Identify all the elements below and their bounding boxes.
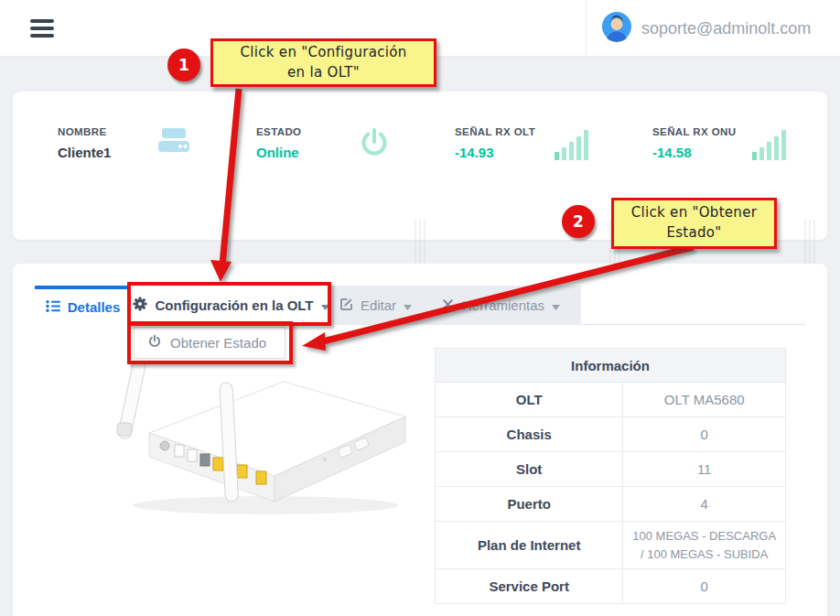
table-row: Puerto 4: [436, 487, 786, 522]
stat-label: SEÑAL RX OLT: [455, 126, 535, 137]
table-title: Información: [436, 349, 786, 383]
tab-detalles[interactable]: Detalles: [35, 286, 131, 325]
row-label: Puerto: [436, 487, 623, 522]
user-avatar: [601, 11, 632, 46]
tab-label: Herramientas: [462, 297, 544, 313]
row-value: 4: [623, 487, 786, 522]
table-row: Service Port 0: [436, 569, 786, 604]
row-value: 11: [623, 452, 786, 487]
step-number-badge-1: 1: [167, 49, 200, 81]
callout-line: Click en "Obtener: [631, 203, 757, 223]
step-number-badge-2: 2: [562, 205, 595, 238]
online-status-badge: Online: [256, 145, 301, 160]
row-value: 100 MEGAS - DESCARGA / 100 MEGAS - SUBID…: [623, 522, 786, 569]
chevron-down-icon: [321, 297, 329, 313]
onu-product-image: [37, 357, 412, 525]
row-label: OLT: [436, 383, 623, 417]
user-account-area[interactable]: soporte@adminolt.com: [586, 0, 840, 57]
row-value: 0: [623, 417, 786, 452]
menu-item-label: Obtener Estado: [170, 335, 266, 351]
stat-value: -14.93: [455, 145, 535, 160]
stat-senal-rx-onu: SEÑAL RX ONU -14.58: [652, 126, 787, 164]
stat-label: SEÑAL RX ONU: [652, 126, 737, 137]
router-icon: [156, 126, 191, 157]
row-value: OLT MA5680: [623, 383, 786, 417]
stat-senal-rx-olt: SEÑAL RX OLT -14.93: [455, 126, 589, 164]
row-label: Plan de Internet: [436, 522, 623, 569]
tab-label: Detalles: [68, 299, 121, 315]
app-window: soporte@adminolt.com NOMBRE Cliente1 EST…: [0, 0, 840, 616]
edit-icon: [339, 297, 353, 314]
user-email: soporte@adminolt.com: [641, 19, 811, 38]
menu-item-obtener-estado[interactable]: Obtener Estado: [134, 327, 285, 359]
callout-line: en la OLT": [287, 63, 360, 83]
table-header-row: Información: [436, 349, 786, 383]
list-icon: [46, 299, 60, 316]
row-label: Service Port: [436, 569, 623, 604]
chevron-down-icon: [404, 297, 412, 313]
hamburger-menu-icon[interactable]: [30, 19, 54, 38]
row-value: 0: [623, 569, 786, 604]
tab-editar[interactable]: Editar: [331, 286, 420, 325]
row-label: Slot: [436, 452, 623, 487]
signal-bars-icon: [555, 126, 589, 164]
table-row: Plan de Internet 100 MEGAS - DESCARGA / …: [436, 522, 786, 569]
row-label: Chasis: [436, 417, 623, 452]
callout-line: Click en "Configuración: [241, 43, 407, 63]
table-row: Slot 11: [436, 452, 786, 487]
callout-step1: Click en "Configuración en la OLT": [210, 38, 436, 87]
signal-bars-icon: [752, 126, 787, 164]
stat-label: NOMBRE: [58, 126, 111, 137]
tab-configuracion-en-la-olt[interactable]: Configuración en la OLT: [131, 286, 331, 325]
stat-estado: ESTADO Online: [256, 126, 391, 163]
callout-line: Estado": [666, 223, 721, 243]
stat-nombre: NOMBRE Cliente1: [58, 126, 191, 160]
stat-label: ESTADO: [256, 126, 301, 137]
tab-label: Editar: [361, 297, 396, 313]
tab-label: Configuración en la OLT: [155, 297, 313, 313]
table-row: OLT OLT MA5680: [436, 383, 786, 417]
callout-step2: Click en "Obtener Estado": [611, 198, 777, 249]
chevron-down-icon: [552, 297, 560, 313]
power-icon: [147, 334, 162, 351]
wrench-icon: [441, 297, 455, 314]
table-row: Chasis 0: [436, 417, 786, 452]
stat-value: Cliente1: [58, 145, 111, 160]
stat-value: -14.58: [652, 145, 737, 160]
gear-icon: [133, 297, 147, 314]
information-table: Información OLT OLT MA5680 Chasis 0 Slot…: [435, 348, 786, 604]
power-icon: [358, 126, 391, 163]
tab-bar: Detalles Configuración en la OLT: [35, 286, 581, 325]
tab-herramientas[interactable]: Herramientas: [420, 286, 581, 325]
